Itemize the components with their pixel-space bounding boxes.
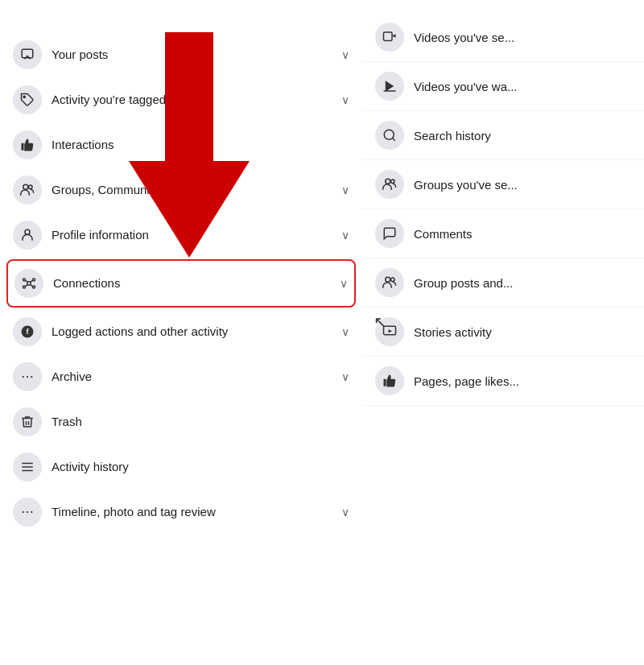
svg-marker-38 — [389, 329, 393, 333]
videos-seen-right-label: Videos you've se... — [414, 31, 514, 44]
svg-point-8 — [23, 279, 26, 281]
svg-rect-3 — [22, 143, 24, 151]
svg-point-33 — [386, 179, 390, 184]
videos-watched-right-label: Videos you've wa... — [414, 80, 518, 93]
svg-line-14 — [26, 285, 28, 287]
search-history-right-icon — [375, 121, 404, 150]
svg-line-13 — [31, 280, 33, 282]
nav-item-activity-history[interactable]: Activity history — [0, 444, 362, 489]
your-posts-chevron: ∨ — [341, 48, 349, 61]
nav-item-profile-information[interactable]: Profile information∨ — [0, 213, 362, 258]
svg-point-25 — [27, 511, 28, 513]
connections-chevron: ∨ — [340, 277, 348, 290]
svg-point-6 — [25, 229, 30, 234]
svg-rect-27 — [384, 32, 393, 41]
interactions-icon — [13, 130, 42, 159]
left-panel: Your posts∨Activity you're tagged∨Intera… — [0, 0, 362, 665]
right-nav-item-search-history[interactable]: Search history — [362, 111, 644, 160]
trash-icon — [13, 407, 42, 436]
right-nav-item-groups-seen[interactable]: Groups you've se... — [362, 160, 644, 209]
archive-chevron: ∨ — [341, 370, 349, 383]
profile-information-chevron: ∨ — [341, 229, 349, 242]
activity-tagged-icon — [13, 85, 42, 114]
profile-information-icon — [13, 221, 42, 250]
activity-history-label: Activity history — [52, 459, 349, 475]
right-nav-item-pages-likes[interactable]: Pages, page likes... — [362, 357, 644, 406]
svg-line-12 — [26, 280, 28, 282]
archive-label: Archive — [52, 369, 335, 385]
svg-point-24 — [23, 511, 24, 513]
right-nav-item-group-posts[interactable]: Group posts and... — [362, 258, 644, 308]
svg-point-4 — [23, 184, 28, 189]
comments-right-icon — [375, 219, 404, 248]
archive-icon — [13, 362, 42, 391]
svg-point-26 — [31, 511, 32, 513]
nav-item-timeline-review[interactable]: Timeline, photo and tag review∨ — [0, 489, 362, 535]
logged-actions-label: Logged actions and other activity — [52, 324, 335, 340]
right-nav-item-videos-seen[interactable]: Videos you've se... — [362, 13, 644, 62]
activity-tagged-chevron: ∨ — [341, 93, 349, 106]
timeline-review-chevron: ∨ — [341, 506, 349, 518]
pages-likes-right-label: Pages, page likes... — [414, 374, 519, 388]
pages-likes-right-icon — [375, 366, 404, 395]
your-posts-icon — [13, 40, 42, 69]
search-history-right-label: Search history — [414, 129, 491, 142]
right-nav-item-videos-watched[interactable]: Videos you've wa... — [362, 62, 644, 111]
groups-seen-right-icon — [375, 170, 404, 199]
right-nav: Videos you've se...Videos you've wa...Se… — [362, 13, 644, 406]
svg-point-31 — [384, 130, 394, 139]
right-nav-item-comments[interactable]: Comments — [362, 209, 644, 258]
nav-item-trash[interactable]: Trash — [0, 399, 362, 444]
activity-history-icon — [13, 452, 42, 481]
nav-item-logged-actions[interactable]: fLogged actions and other activity∨ — [0, 309, 362, 354]
svg-point-19 — [27, 376, 28, 378]
groups-communities-icon — [13, 176, 42, 204]
svg-line-32 — [392, 138, 394, 140]
nav-item-connections[interactable]: Connections∨ — [6, 259, 356, 308]
group-posts-right-icon — [375, 268, 404, 297]
group-posts-right-label: Group posts and... — [414, 276, 513, 290]
stories-activity-right-label: Stories activity — [414, 325, 492, 339]
timeline-review-icon — [13, 498, 42, 527]
svg-point-9 — [33, 279, 35, 281]
svg-point-36 — [391, 278, 395, 282]
stories-activity-right-icon — [375, 317, 404, 346]
connections-label: Connections — [53, 275, 333, 291]
svg-point-2 — [23, 96, 25, 97]
groups-communities-label: Groups, Communities and Reels — [52, 182, 335, 198]
videos-seen-right-icon — [375, 23, 404, 52]
videos-watched-right-icon — [375, 72, 404, 101]
groups-seen-right-label: Groups you've se... — [414, 178, 518, 192]
page-title — [0, 13, 362, 32]
svg-line-15 — [31, 285, 33, 287]
svg-marker-29 — [386, 81, 394, 92]
nav-item-archive[interactable]: Archive∨ — [0, 354, 362, 399]
logged-actions-chevron: ∨ — [341, 325, 349, 338]
svg-point-5 — [29, 185, 33, 189]
svg-point-20 — [31, 376, 32, 378]
interactions-label: Interactions — [52, 137, 349, 153]
connections-icon — [14, 269, 43, 298]
profile-information-label: Profile information — [52, 227, 335, 243]
nav-item-activity-tagged[interactable]: Activity you're tagged∨ — [0, 77, 362, 122]
logged-actions-icon: f — [13, 317, 42, 346]
your-posts-label: Your posts — [52, 47, 335, 63]
comments-right-label: Comments — [414, 227, 473, 241]
right-panel: Videos you've se...Videos you've wa...Se… — [362, 0, 644, 665]
svg-point-11 — [33, 286, 35, 288]
svg-point-18 — [23, 376, 24, 378]
activity-tagged-label: Activity you're tagged — [52, 92, 335, 108]
svg-point-10 — [23, 286, 26, 288]
right-panel-inner: Videos you've se...Videos you've wa...Se… — [362, 0, 644, 665]
groups-communities-chevron: ∨ — [341, 184, 349, 196]
left-nav: Your posts∨Activity you're tagged∨Intera… — [0, 32, 362, 535]
nav-item-interactions[interactable]: Interactions — [0, 122, 362, 167]
trash-label: Trash — [52, 414, 349, 430]
svg-point-35 — [386, 277, 390, 282]
right-nav-item-stories-activity[interactable]: Stories activity — [362, 308, 644, 357]
nav-item-groups-communities[interactable]: Groups, Communities and Reels∨ — [0, 167, 362, 213]
nav-item-your-posts[interactable]: Your posts∨ — [0, 32, 362, 77]
svg-rect-39 — [384, 379, 386, 386]
svg-point-34 — [391, 180, 395, 184]
timeline-review-label: Timeline, photo and tag review — [52, 504, 335, 520]
